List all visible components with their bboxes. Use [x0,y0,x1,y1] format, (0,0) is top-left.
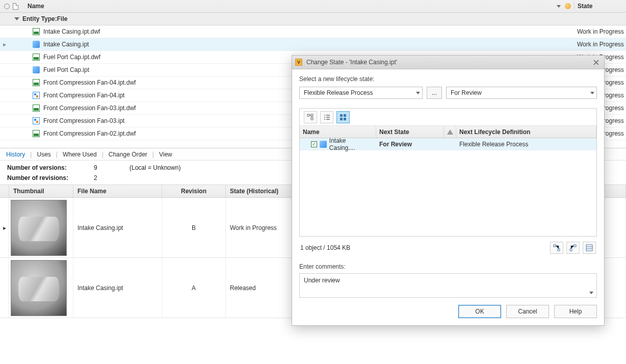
ok-button[interactable]: OK [458,305,501,318]
warning-icon [447,129,453,135]
tab-uses[interactable]: Uses [35,151,53,158]
file-row[interactable]: ▸Intake Casing.iptWork in Progress [0,38,626,51]
revisions-value: 2 [94,174,129,181]
expand-children-button[interactable] [550,242,563,254]
group-row-entity-type[interactable]: Entity Type:File [0,13,626,25]
file-state: Work in Progress [575,28,626,35]
tab-change-order[interactable]: Change Order [107,151,149,158]
doc-type-column-icon[interactable] [13,3,18,10]
details-toggle-button[interactable] [583,242,596,254]
expand-parents-button[interactable] [566,242,580,254]
target-state-value: For Review [451,89,587,96]
column-name[interactable]: Name [28,3,44,10]
dwf-file-icon [33,130,40,137]
history-revision: B [162,198,226,257]
svg-point-4 [324,117,325,118]
tree-view-button[interactable] [304,111,317,123]
expand-row[interactable]: ▸ [0,198,9,257]
revisions-label: Number of revisions: [7,174,94,181]
select-column-icon[interactable] [4,4,10,9]
history-file-name: Intake Casing.ipt [73,198,162,257]
col-revision[interactable]: Revision [162,185,226,197]
svg-rect-14 [586,245,592,251]
iam-file-icon [33,117,40,124]
versions-label: Number of versions: [7,164,94,171]
tab-where-used[interactable]: Where Used [61,151,99,158]
close-icon[interactable] [591,57,601,67]
svg-rect-11 [558,249,560,251]
item-row[interactable]: ✓ Intake Casing.... For Review Flexible … [300,138,596,150]
view-toolbar [300,109,596,126]
file-name: Front Compression Fan-04.ipt.dwf [43,79,136,86]
tab-separator: | [55,151,59,158]
cancel-button[interactable]: Cancel [506,305,549,318]
svg-point-5 [324,119,325,120]
dwf-file-icon [33,79,40,86]
list-view-button[interactable] [320,111,333,123]
lifecycle-definition-combo[interactable]: Flexible Release Process [299,87,423,99]
dwf-file-icon [33,105,40,112]
file-name: Fuel Port Cap.ipt [43,66,89,73]
file-row[interactable]: Intake Casing.ipt.dwfWork in Progress [0,25,626,38]
tab-view[interactable]: View [157,151,174,158]
svg-rect-12 [574,245,576,247]
svg-rect-10 [554,245,556,247]
col-thumbnail[interactable]: Thumbnail [9,185,73,197]
file-name: Front Compression Fan-02.ipt.dwf [43,130,136,137]
svg-rect-1 [311,114,313,116]
svg-rect-7 [344,114,346,117]
column-state[interactable]: State [578,3,592,10]
chevron-down-icon [589,292,593,294]
state-column-icon[interactable] [565,3,571,9]
file-name: Front Compression Fan-03.ipt.dwf [43,105,136,112]
svg-rect-0 [307,114,309,116]
svg-point-3 [324,115,325,116]
item-lifecycle: Flexible Release Process [456,141,596,148]
col-next-lifecycle[interactable]: Next Lifecycle Definition [456,126,596,138]
item-checkbox[interactable]: ✓ [311,141,317,147]
file-name: Fuel Port Cap.ipt.dwf [43,54,100,61]
help-button[interactable]: Help [554,305,597,318]
col-next-state[interactable]: Next State [376,126,444,138]
tab-separator: | [151,151,155,158]
dialog-titlebar[interactable]: V Change State - 'Intake Casing.ipt' [292,56,604,69]
browse-button[interactable]: ... [427,87,442,99]
expand-row[interactable] [0,258,9,318]
tab-separator: | [101,151,105,158]
items-grid-box: Name Next State Next Lifecycle Definitio… [299,108,597,237]
col-warning[interactable] [444,126,456,138]
file-name: Front Compression Fan-04.ipt [43,92,124,99]
item-next-state: For Review [376,141,444,148]
collapse-icon [14,17,19,20]
svg-rect-13 [570,249,572,251]
svg-rect-8 [340,118,343,120]
chevron-down-icon [416,92,420,94]
change-state-dialog: V Change State - 'Intake Casing.ipt' Sel… [292,55,605,326]
thumbnail [11,200,67,256]
file-name: Front Compression Fan-03.ipt [43,117,124,124]
versions-value: 9 [94,164,129,171]
dwf-file-icon [33,54,40,61]
col-name[interactable]: Name [300,126,376,138]
sort-dropdown-icon[interactable] [557,5,561,8]
lifecycle-definition-value: Flexible Release Process [304,89,413,96]
grid-empty-area [300,150,596,236]
dwf-file-icon [33,28,40,35]
comments-value: Under review [304,277,340,284]
ipt-file-icon [320,141,327,148]
grid-view-button[interactable] [336,111,350,123]
comments-label: Enter comments: [299,263,597,270]
target-state-combo[interactable]: For Review [446,87,597,99]
file-name: Intake Casing.ipt.dwf [43,28,100,35]
dialog-title: Change State - 'Intake Casing.ipt' [306,59,587,66]
chevron-down-icon [590,92,594,94]
ipt-file-icon [33,41,40,48]
item-name: Intake Casing.... [329,137,373,151]
col-file-name[interactable]: File Name [73,185,162,197]
file-state: Work in Progress [575,41,626,48]
tab-history[interactable]: History [4,151,27,158]
comments-input[interactable]: Under review [299,273,597,298]
svg-rect-9 [344,118,346,120]
history-file-name: Intake Casing.ipt [73,258,162,318]
tab-separator: | [29,151,33,158]
